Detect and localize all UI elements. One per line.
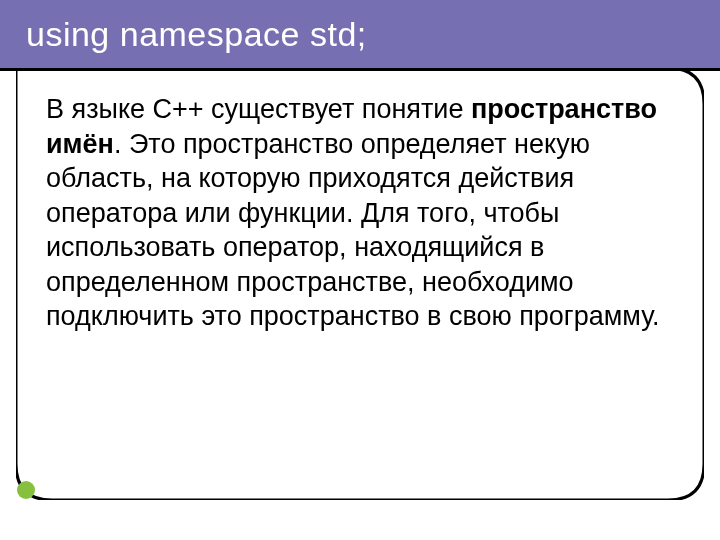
body-card: В языке С++ существует понятие пространс… xyxy=(16,68,704,500)
svg-point-0 xyxy=(17,481,35,499)
slide-title: using namespace std; xyxy=(26,15,367,54)
title-band: using namespace std; xyxy=(0,0,720,68)
body-paragraph: В языке С++ существует понятие пространс… xyxy=(46,92,674,334)
body-post: . Это пространство определяет некую обла… xyxy=(46,129,659,332)
body-pre: В языке С++ существует понятие xyxy=(46,94,471,124)
slide: using namespace std; В языке С++ существ… xyxy=(0,0,720,540)
